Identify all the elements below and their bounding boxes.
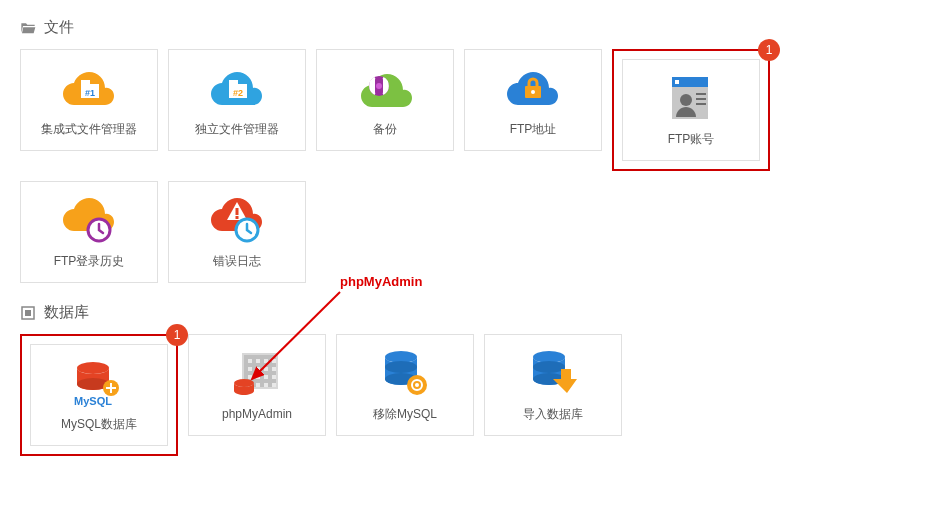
- files-grid: #1 集成式文件管理器 #2 独立文件管理器 备份: [20, 49, 912, 283]
- tile-error-log[interactable]: 错误日志: [168, 181, 306, 283]
- svg-point-7: [376, 83, 382, 89]
- svg-point-42: [385, 361, 417, 373]
- bullet-icon: [20, 306, 36, 320]
- tile-remove-mysql[interactable]: 移除MySQL: [336, 334, 474, 436]
- ftp-history-icon: [59, 195, 119, 245]
- svg-text:#1: #1: [85, 88, 95, 98]
- mysql-db-icon: MySQL: [69, 358, 129, 408]
- highlight-box: MySQL MySQL数据库: [20, 334, 178, 456]
- tile-file-manager-standalone[interactable]: #2 独立文件管理器: [168, 49, 306, 151]
- ftp-address-icon: [503, 63, 563, 113]
- tile-ftp-address[interactable]: FTP地址: [464, 49, 602, 151]
- tile-mysql-database[interactable]: MySQL MySQL数据库: [30, 344, 168, 446]
- tile-import-database[interactable]: 导入数据库: [484, 334, 622, 436]
- cloud-file-2-icon: #2: [207, 63, 267, 113]
- svg-rect-20: [236, 216, 239, 219]
- folder-open-icon: [20, 21, 36, 35]
- svg-rect-14: [696, 93, 706, 95]
- backup-icon: [355, 63, 415, 113]
- highlight-box: FTP账号: [612, 49, 770, 171]
- svg-text:MySQL: MySQL: [74, 395, 112, 407]
- tile-ftp-account[interactable]: FTP账号: [622, 59, 760, 161]
- error-log-icon: [207, 195, 267, 245]
- badge: 1: [166, 324, 188, 346]
- svg-rect-15: [696, 98, 706, 100]
- tile-label: phpMyAdmin: [222, 407, 292, 421]
- highlight-ftp-account: 1 FTP账号: [612, 49, 770, 171]
- tile-label: FTP登录历史: [54, 253, 125, 270]
- import-db-icon: [523, 348, 583, 398]
- tile-file-manager-integrated[interactable]: #1 集成式文件管理器: [20, 49, 158, 151]
- svg-rect-19: [236, 208, 239, 215]
- tile-label: MySQL数据库: [61, 416, 137, 433]
- svg-point-9: [531, 90, 535, 94]
- tile-label: 导入数据库: [523, 406, 583, 423]
- svg-text:#2: #2: [233, 88, 243, 98]
- svg-rect-1: [81, 80, 90, 85]
- tile-phpmyadmin[interactable]: phpMyAdmin: [188, 334, 326, 436]
- ftp-account-icon: [661, 73, 721, 123]
- svg-rect-38: [260, 355, 264, 387]
- tile-label: 备份: [373, 121, 397, 138]
- tile-label: 错误日志: [213, 253, 261, 270]
- tile-label: 移除MySQL: [373, 406, 437, 423]
- svg-rect-12: [675, 80, 679, 84]
- tile-ftp-history[interactable]: FTP登录历史: [20, 181, 158, 283]
- section-header-files: 文件: [20, 18, 912, 37]
- section-header-database: 数据库: [20, 303, 912, 322]
- svg-point-45: [415, 383, 419, 387]
- svg-point-13: [680, 94, 692, 106]
- tile-label: FTP账号: [668, 131, 715, 148]
- badge: 1: [758, 39, 780, 61]
- tile-backup[interactable]: 备份: [316, 49, 454, 151]
- database-grid: 1 MySQL MySQL数据库: [20, 334, 912, 456]
- phpmyadmin-icon: [227, 349, 287, 399]
- tile-label: 集成式文件管理器: [41, 121, 137, 138]
- tile-label: FTP地址: [510, 121, 557, 138]
- section-title: 文件: [44, 18, 74, 37]
- svg-rect-16: [696, 103, 706, 105]
- svg-point-47: [533, 361, 565, 373]
- cloud-file-1-icon: #1: [59, 63, 119, 113]
- svg-rect-39: [268, 355, 272, 387]
- svg-rect-4: [229, 80, 238, 85]
- section-title: 数据库: [44, 303, 89, 322]
- highlight-mysql-db: 1 MySQL MySQL数据库: [20, 334, 178, 456]
- svg-rect-24: [25, 310, 31, 316]
- annotation-label: phpMyAdmin: [340, 274, 422, 289]
- tile-label: 独立文件管理器: [195, 121, 279, 138]
- remove-mysql-icon: [375, 348, 435, 398]
